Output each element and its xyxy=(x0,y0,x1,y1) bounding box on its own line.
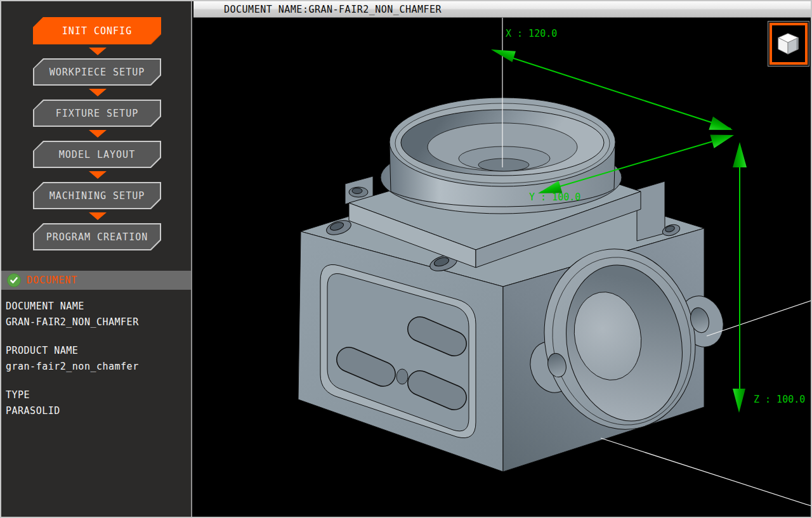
product-name-value: gran-fair2_non_chamfer xyxy=(6,359,191,375)
check-circle-icon xyxy=(7,273,21,287)
dimension-x-label: X : 120.0 xyxy=(506,28,557,39)
counterbore-hole xyxy=(349,187,368,197)
document-name-value: GRAN-FAIR2_NON_CHAMFER xyxy=(6,314,191,330)
document-panel-title: DOCUMENT xyxy=(27,275,77,286)
workflow-sidebar: INIT CONFIG WORKPIECE SETUP FIXTURE SETU… xyxy=(1,1,192,517)
step-model-layout[interactable]: MODEL LAYOUT xyxy=(33,141,161,168)
pocket-slot xyxy=(420,329,454,344)
product-name-field: PRODUCT NAME gran-fair2_non_chamfer xyxy=(6,343,191,375)
corner-step xyxy=(637,181,665,241)
cad-model-canvas[interactable]: X : 120.0 Y : 100.0 Z : 100.0 xyxy=(193,18,811,517)
step-arrow-icon xyxy=(89,171,107,179)
step-fixture-setup[interactable]: FIXTURE SETUP xyxy=(33,100,161,127)
step-arrow-icon xyxy=(89,130,107,138)
product-name-label: PRODUCT NAME xyxy=(6,343,191,359)
step-workpiece-setup[interactable]: WORKPIECE SETUP xyxy=(33,58,161,86)
dimension-z: Z : 100.0 xyxy=(733,142,805,413)
dimension-y-label: Y : 100.0 xyxy=(529,191,580,203)
step-init-config[interactable]: INIT CONFIG xyxy=(33,17,161,44)
workflow-steps: INIT CONFIG WORKPIECE SETUP FIXTURE SETU… xyxy=(1,1,191,264)
step-program-creation[interactable]: PROGRAM CREATION xyxy=(33,223,161,250)
viewport-title-bar: DOCUMENT NAME:GRAN-FAIR2_NON_CHAMFER xyxy=(193,1,811,18)
step-arrow-icon xyxy=(89,89,107,96)
step-machining-setup[interactable]: MACHINING SETUP xyxy=(33,182,161,209)
type-value: PARASOLID xyxy=(6,403,191,419)
document-title: DOCUMENT NAME:GRAN-FAIR2_NON_CHAMFER xyxy=(224,4,442,15)
view-cube-button[interactable] xyxy=(768,21,809,67)
type-field: TYPE PARASOLID xyxy=(6,387,191,419)
document-name-label: DOCUMENT NAME xyxy=(6,299,191,314)
cube-icon xyxy=(769,23,808,65)
document-info: DOCUMENT NAME GRAN-FAIR2_NON_CHAMFER PRO… xyxy=(1,290,191,419)
application-window: INIT CONFIG WORKPIECE SETUP FIXTURE SETU… xyxy=(0,0,812,518)
pocket-slot xyxy=(420,383,454,398)
cad-part-model[interactable] xyxy=(298,98,730,472)
document-name-field: DOCUMENT NAME GRAN-FAIR2_NON_CHAMFER xyxy=(6,299,191,330)
dimension-z-label: Z : 100.0 xyxy=(754,394,805,405)
step-arrow-icon xyxy=(89,212,107,220)
type-label: TYPE xyxy=(6,387,191,403)
3d-viewport[interactable]: X : 120.0 Y : 100.0 Z : 100.0 xyxy=(193,18,811,517)
pocket-slot xyxy=(349,359,383,374)
document-panel-header: DOCUMENT xyxy=(1,271,191,290)
step-arrow-icon xyxy=(89,48,107,55)
cylinder-boss xyxy=(381,98,622,214)
corner-fold xyxy=(150,34,161,44)
pocket-hole xyxy=(396,369,408,384)
main-area: DOCUMENT NAME:GRAN-FAIR2_NON_CHAMFER xyxy=(193,1,811,517)
